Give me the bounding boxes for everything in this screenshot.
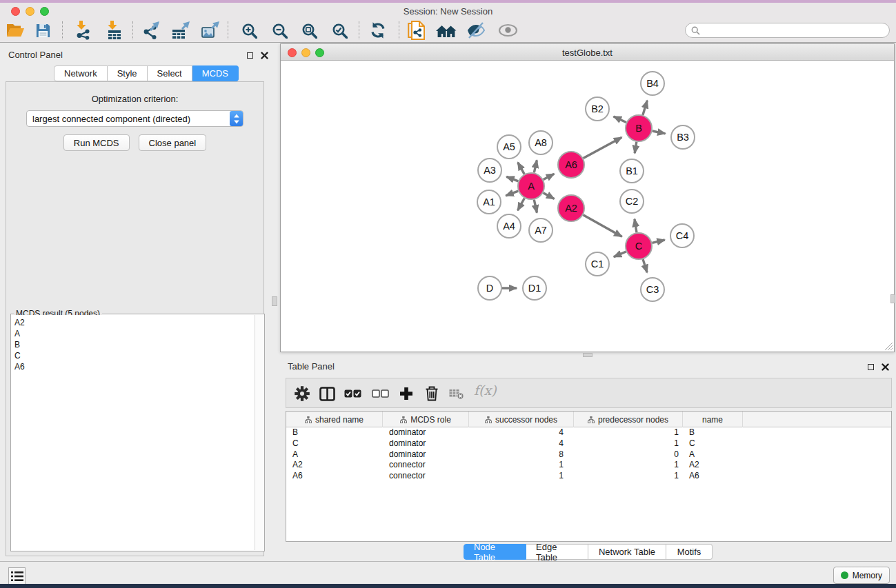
tab-edge-table[interactable]: Edge Table — [526, 544, 588, 560]
table-cell[interactable]: A — [683, 449, 743, 460]
import-network-button[interactable] — [72, 20, 94, 41]
graph-edge-A6-B[interactable] — [584, 137, 622, 158]
table-cell[interactable]: dominator — [383, 449, 469, 460]
graph-node-A5[interactable]: A5 — [497, 135, 521, 159]
graph-node-A[interactable]: A — [518, 173, 544, 199]
table-cell[interactable]: C — [286, 438, 383, 449]
table-cell[interactable]: 0 — [574, 449, 683, 460]
table-cell[interactable]: connector — [383, 471, 469, 482]
table-cell[interactable]: dominator — [383, 427, 469, 438]
network-window-titlebar[interactable]: testGlobe.txt — [281, 44, 894, 61]
export-table-button[interactable] — [169, 20, 191, 41]
tab-node-table[interactable]: Node Table — [464, 544, 526, 560]
tab-mcds[interactable]: MCDS — [192, 65, 239, 81]
table-cell[interactable]: B — [683, 427, 743, 438]
tab-motifs[interactable]: Motifs — [666, 544, 713, 560]
graph-node-D1[interactable]: D1 — [523, 276, 546, 300]
graph-edge-B-B3[interactable] — [653, 131, 666, 134]
column-header-MCDS-role[interactable]: MCDS role — [383, 412, 469, 427]
result-scrollbar[interactable] — [255, 315, 263, 550]
graph-node-B2[interactable]: B2 — [586, 97, 609, 121]
graph-edge-A-A1[interactable] — [506, 191, 518, 196]
delete-table-button[interactable] — [446, 383, 467, 404]
show-columns-button[interactable] — [317, 383, 337, 404]
zoom-in-button[interactable] — [238, 20, 260, 41]
graph-node-C3[interactable]: C3 — [641, 278, 664, 301]
task-history-button[interactable] — [8, 567, 26, 585]
mcds-result-list[interactable]: A2ABCA6 — [12, 315, 255, 550]
graph-edge-B-B2[interactable] — [614, 116, 626, 123]
table-row[interactable]: A6connector11A6 — [286, 471, 891, 482]
graph-node-A7[interactable]: A7 — [529, 219, 552, 242]
new-network-from-selection-button[interactable] — [406, 20, 428, 41]
table-row[interactable]: Cdominator41C — [286, 438, 891, 449]
close-panel-button-mcds[interactable]: Close panel — [139, 134, 207, 151]
graph-edge-C-C2[interactable] — [635, 219, 637, 233]
graph-edge-B-B4[interactable] — [643, 101, 647, 115]
splitter-handle[interactable] — [583, 353, 593, 357]
search-field[interactable] — [685, 23, 890, 38]
column-header-successor-nodes[interactable]: successor nodes — [469, 412, 574, 427]
refresh-layout-button[interactable] — [367, 20, 389, 41]
table-cell[interactable]: 1 — [574, 427, 683, 438]
close-table-panel-button[interactable] — [881, 363, 890, 372]
tab-select[interactable]: Select — [148, 65, 192, 81]
deselect-all-columns-button[interactable] — [370, 383, 390, 404]
table-cell[interactable]: 4 — [469, 427, 574, 438]
table-cell[interactable]: A6 — [683, 471, 743, 482]
table-row[interactable]: A2connector11A2 — [286, 460, 891, 471]
graph-edge-A-A2[interactable] — [544, 193, 555, 199]
table-cell[interactable]: A2 — [683, 460, 743, 471]
graph-node-A4[interactable]: A4 — [497, 214, 521, 238]
graph-node-C[interactable]: C — [626, 233, 652, 259]
graph-edge-A-A5[interactable] — [518, 163, 524, 174]
graph-node-A2[interactable]: A2 — [558, 195, 584, 221]
resize-grip-icon[interactable] — [884, 342, 893, 351]
tab-network-table[interactable]: Network Table — [588, 544, 666, 560]
table-cell[interactable]: A6 — [286, 471, 383, 482]
table-row[interactable]: Bdominator41B — [286, 427, 891, 438]
table-mode-gear-button[interactable] — [292, 383, 312, 404]
table-cell[interactable]: 1 — [574, 460, 683, 471]
column-header-name[interactable]: name — [683, 412, 743, 427]
graph-node-B4[interactable]: B4 — [641, 72, 664, 95]
table-cell[interactable]: dominator — [383, 438, 469, 449]
network-canvas[interactable]: B4B2BB3A8A5A6A3B1AC2A1A2A4A7C4CC1DD1C3 — [281, 61, 894, 352]
graph-edge-A-A6[interactable] — [544, 174, 555, 179]
open-session-button[interactable] — [4, 20, 26, 41]
graph-edge-C-C4[interactable] — [652, 240, 664, 243]
memory-button[interactable]: Memory — [833, 567, 890, 584]
graph-edge-A-A3[interactable] — [506, 176, 518, 181]
column-header-shared-name[interactable]: shared name — [286, 412, 383, 427]
splitter-handle[interactable] — [890, 294, 895, 303]
create-column-button[interactable] — [396, 383, 417, 404]
graph-edge-C-C1[interactable] — [614, 252, 626, 257]
graph-node-C4[interactable]: C4 — [670, 224, 694, 247]
zoom-fit-button[interactable] — [298, 20, 320, 41]
search-input[interactable] — [704, 26, 889, 35]
graph-edge-B-B1[interactable] — [635, 142, 637, 154]
table-cell[interactable]: A — [286, 449, 383, 460]
graph-node-C2[interactable]: C2 — [620, 190, 644, 213]
float-table-panel-button[interactable] — [866, 363, 875, 372]
graph-node-B3[interactable]: B3 — [671, 125, 695, 149]
run-mcds-button[interactable]: Run MCDS — [63, 134, 130, 151]
table-row[interactable]: Adominator80A — [286, 449, 891, 460]
mcds-result-box[interactable]: MCDS result (5 nodes) A2ABCA6 — [10, 314, 265, 551]
float-panel-button[interactable] — [246, 51, 255, 60]
eye-button[interactable] — [497, 20, 519, 41]
column-header-predecessor-nodes[interactable]: predecessor nodes — [574, 412, 683, 427]
tab-style[interactable]: Style — [108, 65, 148, 81]
close-panel-button[interactable] — [260, 51, 269, 60]
table-cell[interactable]: 1 — [469, 460, 574, 471]
delete-columns-button[interactable] — [421, 383, 442, 404]
function-builder-button[interactable]: f(x) — [474, 383, 497, 398]
graph-edge-A-A8[interactable] — [534, 160, 537, 172]
graph-edge-A-A4[interactable] — [518, 199, 525, 211]
graph-edge-A-A7[interactable] — [534, 200, 537, 213]
graph-node-B[interactable]: B — [626, 115, 652, 141]
export-image-button[interactable] — [199, 20, 221, 41]
hide-graphics-details-button[interactable] — [465, 20, 487, 41]
graph-edge-C-C3[interactable] — [643, 259, 647, 272]
network-graph[interactable]: B4B2BB3A8A5A6A3B1AC2A1A2A4A7C4CC1DD1C3 — [281, 61, 894, 352]
